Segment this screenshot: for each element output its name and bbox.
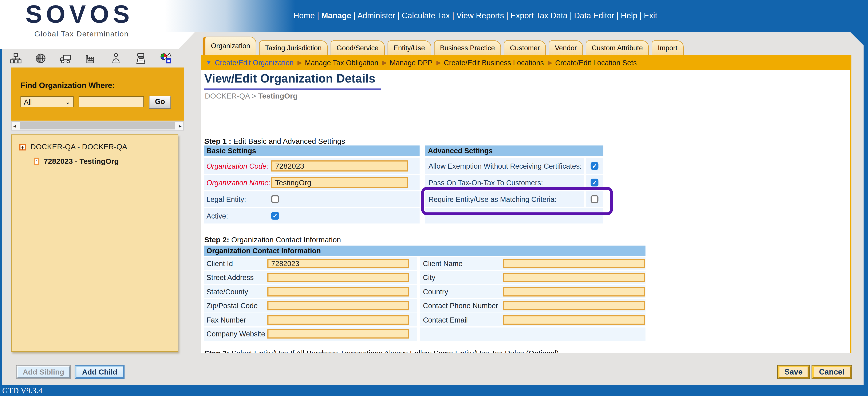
nav-item-view-reports[interactable]: View Reports bbox=[456, 11, 504, 20]
fax-number-label: Fax Number bbox=[204, 313, 266, 326]
organization-code-input[interactable] bbox=[271, 160, 408, 172]
scrollbar-thumb[interactable] bbox=[20, 122, 175, 129]
person-icon[interactable] bbox=[110, 52, 122, 64]
city-field bbox=[502, 271, 646, 284]
nav-item-export-tax-data[interactable]: Export Tax Data bbox=[510, 11, 567, 20]
triangle-down-icon: ▼ bbox=[206, 59, 212, 67]
custom-attribute-icon[interactable] bbox=[160, 52, 172, 64]
client-id-input[interactable] bbox=[267, 259, 409, 268]
tab-organization[interactable]: Organization bbox=[203, 36, 256, 55]
truck-icon[interactable] bbox=[60, 52, 72, 64]
tree-horizontal-scrollbar[interactable]: ◂ ▸ bbox=[11, 121, 184, 131]
add-child-button[interactable]: Add Child bbox=[75, 366, 124, 378]
contact-phone-number-input[interactable] bbox=[503, 301, 645, 310]
step2-heading-prefix: Step 2: bbox=[204, 236, 229, 244]
cancel-button[interactable]: Cancel bbox=[812, 366, 851, 378]
arrow-right-icon: ▶ bbox=[436, 59, 441, 66]
chevron-down-icon: ⌄ bbox=[65, 98, 70, 105]
tab-vendor[interactable]: Vendor bbox=[549, 40, 583, 55]
street-address-field bbox=[266, 271, 417, 284]
breadcrumb-item-create-edit-business-locations[interactable]: ▶Create/Edit Business Locations bbox=[436, 58, 544, 67]
zip-postal-code-field bbox=[266, 299, 417, 312]
scroll-right-icon[interactable]: ▸ bbox=[179, 122, 182, 129]
contact-row: Client IdClient Name bbox=[204, 257, 646, 270]
cash-register-icon[interactable] bbox=[135, 52, 147, 64]
allow-exemption-without-receiving-certificates-checkbox[interactable]: ✓ bbox=[591, 162, 598, 170]
nav-separator: | bbox=[395, 11, 402, 20]
client-name-input[interactable] bbox=[503, 259, 645, 268]
version-label: GTD V9.3.4 bbox=[0, 385, 868, 396]
factory-icon[interactable] bbox=[85, 52, 96, 64]
breadcrumb-item-create-edit-organization[interactable]: ▼Create/Edit Organization bbox=[206, 58, 293, 67]
find-filter-select[interactable]: All ⌄ bbox=[21, 96, 73, 107]
breadcrumb-label: Create/Edit Organization bbox=[215, 58, 293, 67]
tab-custom-attribute[interactable]: Custom Attribute bbox=[586, 40, 649, 55]
step3-heading-prefix: Step 3: bbox=[204, 349, 229, 353]
go-button[interactable]: Go bbox=[149, 96, 171, 109]
nav-item-help[interactable]: Help bbox=[621, 11, 637, 20]
company-website-field bbox=[266, 327, 417, 340]
city-input[interactable] bbox=[503, 273, 645, 282]
legal-entity-label: Legal Entity: bbox=[204, 195, 271, 203]
legal-entity-checkbox[interactable] bbox=[271, 195, 279, 203]
tab-business-practice[interactable]: Business Practice bbox=[434, 40, 501, 55]
contact-row: State/CountyCountry bbox=[204, 285, 646, 298]
nav-item-data-editor[interactable]: Data Editor bbox=[574, 11, 614, 20]
scroll-left-icon[interactable]: ◂ bbox=[13, 122, 16, 129]
tab-good-service[interactable]: Good/Service bbox=[331, 40, 385, 55]
breadcrumb-item-manage-tax-obligation[interactable]: ▶Manage Tax Obligation bbox=[298, 58, 378, 67]
breadcrumb-item-create-edit-location-sets[interactable]: ▶Create/Edit Location Sets bbox=[548, 58, 637, 67]
require-entity-use-as-matching-criteria-checkbox[interactable] bbox=[591, 195, 598, 203]
nav-item-calculate-tax[interactable]: Calculate Tax bbox=[402, 11, 450, 20]
require-entity-use-as-matching-criteria-checkbox-cell bbox=[584, 191, 603, 207]
state-county-field bbox=[266, 285, 417, 298]
find-query-input[interactable] bbox=[79, 96, 144, 107]
nav-item-administer[interactable]: Administer bbox=[357, 11, 395, 20]
tab-import[interactable]: Import bbox=[652, 40, 683, 55]
fax-number-field bbox=[266, 313, 417, 326]
nav-item-exit[interactable]: Exit bbox=[644, 11, 657, 20]
organization-name-label: Organization Name: bbox=[204, 178, 271, 187]
state-county-input[interactable] bbox=[267, 287, 409, 296]
contact-row: Street AddressCity bbox=[204, 271, 646, 284]
globe-icon[interactable] bbox=[35, 52, 46, 64]
tree-expand-icon[interactable]: + bbox=[20, 143, 26, 150]
tree-item-testing-org[interactable]: ·7282023 - TestingOrg bbox=[34, 157, 119, 165]
company-website-input[interactable] bbox=[267, 329, 409, 338]
client-id-field bbox=[266, 257, 417, 270]
org-path-parent: DOCKER-QA bbox=[205, 92, 250, 100]
nav-item-manage[interactable]: Manage bbox=[321, 11, 351, 20]
basic-setting-row-legal-entity: Legal Entity: bbox=[204, 191, 420, 207]
nav-separator: | bbox=[315, 11, 321, 20]
city-label: City bbox=[420, 271, 502, 284]
organization-name-input[interactable] bbox=[271, 177, 408, 188]
street-address-input[interactable] bbox=[267, 273, 409, 282]
zip-postal-code-input[interactable] bbox=[267, 301, 409, 310]
contact-email-input[interactable] bbox=[503, 315, 645, 324]
company-website-label: Company Website bbox=[204, 327, 266, 340]
tree-item-docker-qa[interactable]: +DOCKER-QA - DOCKER-QA bbox=[20, 143, 127, 151]
org-hierarchy-icon[interactable] bbox=[10, 52, 22, 64]
tree-leaf-icon[interactable]: · bbox=[34, 158, 39, 165]
add-sibling-button[interactable]: Add Sibling bbox=[17, 366, 70, 378]
breadcrumb-label: Create/Edit Location Sets bbox=[555, 58, 637, 67]
nav-item-home[interactable]: Home bbox=[293, 11, 315, 20]
basic-settings-table: Organization Code:Organization Name:Lega… bbox=[204, 158, 420, 224]
sovos-logo: SOVOS Global Tax Determination bbox=[26, 1, 191, 38]
tab-entity-use[interactable]: Entity/Use bbox=[388, 40, 431, 55]
advanced-setting-row-allow-exemption-without-receiving-certificates: Allow Exemption Without Receiving Certif… bbox=[425, 158, 603, 174]
require-entity-use-as-matching-criteria-label: Require Entity/Use as Matching Criteria: bbox=[425, 195, 584, 203]
active-checkbox[interactable]: ✓ bbox=[271, 212, 279, 220]
save-button[interactable]: Save bbox=[778, 366, 809, 378]
step2-heading: Step 2: Organization Contact Information bbox=[204, 236, 341, 244]
advanced-setting-row-empty bbox=[425, 208, 603, 224]
tab-taxing-jurisdiction[interactable]: Taxing Jurisdiction bbox=[259, 40, 328, 55]
fax-number-input[interactable] bbox=[267, 315, 409, 324]
pass-on-tax-on-tax-to-customers-checkbox[interactable]: ✓ bbox=[591, 179, 598, 187]
country-input[interactable] bbox=[503, 287, 645, 296]
tab-customer[interactable]: Customer bbox=[504, 40, 546, 55]
basic-setting-row-organization-name: Organization Name: bbox=[204, 175, 420, 190]
breadcrumb-item-manage-dpp[interactable]: ▶Manage DPP bbox=[382, 58, 433, 67]
nav-separator: | bbox=[351, 11, 357, 20]
state-county-label: State/County bbox=[204, 285, 266, 298]
